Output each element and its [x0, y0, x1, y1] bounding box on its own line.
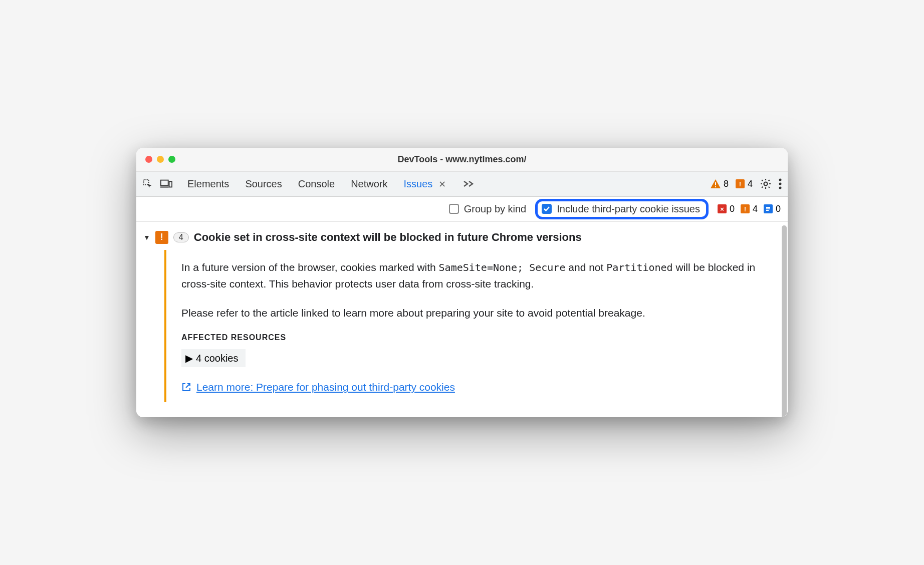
- svg-point-8: [779, 183, 782, 185]
- include-third-party-checkbox[interactable]: Include third-party cookie issues: [535, 199, 709, 219]
- issue-description: In a future version of the browser, cook…: [181, 259, 766, 293]
- traffic-lights: [145, 156, 175, 163]
- toolbar: Elements Sources Console Network Issues …: [136, 172, 788, 197]
- checkbox-unchecked-icon: [449, 204, 459, 214]
- warning-triangle-icon: [711, 179, 721, 188]
- error-square-icon: ×: [718, 204, 727, 213]
- svg-point-7: [779, 179, 782, 181]
- issue-counts: × 0 ! 4 0: [718, 204, 781, 214]
- minimize-window-button[interactable]: [157, 156, 164, 163]
- info-count[interactable]: 0: [764, 204, 781, 214]
- svg-rect-12: [766, 210, 769, 211]
- more-tabs-icon[interactable]: [461, 180, 476, 187]
- titlebar: DevTools - www.nytimes.com/: [136, 148, 788, 172]
- learn-more-link[interactable]: Learn more: Prepare for phasing out thir…: [196, 381, 455, 393]
- svg-rect-5: [715, 186, 716, 187]
- tab-console[interactable]: Console: [297, 176, 336, 192]
- close-tab-icon[interactable]: ✕: [438, 179, 446, 189]
- devtools-window: DevTools - www.nytimes.com/ Elements Sou…: [136, 148, 788, 418]
- tab-network[interactable]: Network: [350, 176, 388, 192]
- error-count[interactable]: × 0: [718, 204, 735, 214]
- issue-title: Cookie set in cross-site context will be…: [194, 231, 582, 244]
- expand-arrow-icon: ▼: [143, 233, 150, 241]
- svg-rect-4: [715, 182, 716, 185]
- issues-content: ▼ ! 4 Cookie set in cross-site context w…: [136, 222, 788, 418]
- svg-rect-10: [766, 207, 770, 208]
- breaking-count-badge[interactable]: ! 4: [736, 179, 753, 189]
- learn-more-row: Learn more: Prepare for phasing out thir…: [181, 381, 766, 393]
- svg-point-6: [764, 182, 768, 186]
- warning-count-badge[interactable]: 8: [711, 179, 729, 189]
- device-toggle-icon[interactable]: [160, 179, 172, 189]
- warning-issue-count[interactable]: ! 4: [741, 204, 758, 214]
- tab-sources[interactable]: Sources: [244, 176, 283, 192]
- inspect-icon[interactable]: [142, 178, 153, 189]
- breaking-square-icon: !: [736, 179, 745, 188]
- kebab-menu-icon[interactable]: [779, 178, 782, 189]
- issue-header[interactable]: ▼ ! 4 Cookie set in cross-site context w…: [143, 229, 781, 246]
- svg-rect-1: [161, 180, 168, 186]
- issue-description-2: Please refer to the article linked to le…: [181, 305, 766, 322]
- issue-count-badge: 4: [173, 232, 189, 242]
- window-title: DevTools - www.nytimes.com/: [397, 154, 526, 165]
- info-square-icon: [764, 204, 773, 213]
- checkbox-checked-icon: [542, 204, 552, 214]
- settings-icon[interactable]: [760, 178, 772, 190]
- tab-elements[interactable]: Elements: [186, 176, 230, 192]
- maximize-window-button[interactable]: [168, 156, 175, 163]
- svg-rect-3: [169, 181, 172, 187]
- issue-warning-icon: !: [155, 231, 168, 244]
- group-by-kind-checkbox[interactable]: Group by kind: [449, 203, 527, 215]
- scrollbar[interactable]: [782, 225, 787, 418]
- tab-strip: Elements Sources Console Network Issues …: [186, 176, 707, 192]
- scrollbar-thumb[interactable]: [782, 225, 787, 418]
- warning-square-icon: !: [741, 204, 750, 213]
- filter-bar: Group by kind Include third-party cookie…: [136, 197, 788, 222]
- affected-resources-heading: AFFECTED RESOURCES: [181, 333, 766, 342]
- chevron-right-icon: ▶: [185, 352, 193, 364]
- svg-point-9: [779, 187, 782, 189]
- issue-body: In a future version of the browser, cook…: [164, 250, 781, 403]
- tab-issues[interactable]: Issues ✕: [403, 176, 447, 192]
- close-window-button[interactable]: [145, 156, 152, 163]
- external-link-icon: [181, 382, 191, 392]
- svg-rect-11: [766, 208, 770, 209]
- affected-cookies-item[interactable]: ▶ 4 cookies: [181, 349, 246, 367]
